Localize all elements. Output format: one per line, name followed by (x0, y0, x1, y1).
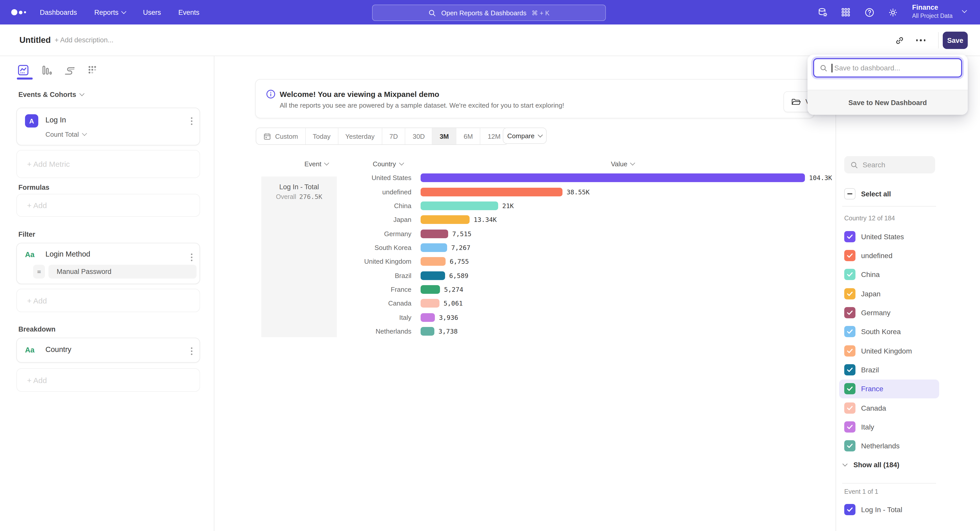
bar-segment[interactable] (421, 299, 439, 308)
country-checkbox[interactable] (844, 269, 856, 280)
date-range-30d[interactable]: 30D (406, 128, 433, 144)
report-title[interactable]: Untitled (19, 35, 51, 45)
save-dashboard-search-input[interactable]: Save to dashboard... (813, 58, 962, 78)
tab-funnels[interactable] (39, 62, 54, 78)
bar-segment[interactable] (421, 271, 445, 280)
tab-insights[interactable] (15, 62, 30, 78)
bar-segment[interactable] (421, 187, 563, 196)
bar-value-label: 6,589 (449, 272, 468, 279)
legend-item-germany[interactable]: Germany (839, 303, 939, 322)
settings-gear-icon[interactable] (884, 0, 901, 24)
column-header-country[interactable]: Country (372, 160, 403, 168)
date-range-7d[interactable]: 7D (382, 128, 406, 144)
bar-segment[interactable] (421, 257, 445, 266)
add-metric-button[interactable]: + Add Metric (16, 150, 200, 178)
more-options-button[interactable] (913, 32, 929, 48)
project-switcher[interactable]: Finance All Project Data (912, 3, 953, 20)
date-range-custom[interactable]: Custom (256, 128, 306, 144)
chevron-down-icon (121, 9, 126, 14)
section-events-cohorts[interactable]: Events & Cohorts (18, 91, 84, 98)
global-search-button[interactable]: Open Reports & Dashboards ⌘ + K (372, 5, 606, 21)
country-checkbox[interactable] (844, 383, 856, 395)
breakdown-property-name[interactable]: Country (45, 346, 72, 353)
bar-segment[interactable] (421, 173, 805, 182)
legend-event-item[interactable]: Log In - Total (844, 504, 902, 515)
breakdown-card-country[interactable]: Aa Country (16, 338, 200, 363)
active-tab-indicator (17, 78, 33, 79)
global-search-placeholder: Open Reports & Dashboards (441, 9, 527, 17)
breakdown-menu-icon[interactable] (191, 347, 192, 355)
country-checkbox[interactable] (844, 364, 856, 376)
country-checkbox[interactable] (844, 231, 856, 242)
date-range-6m[interactable]: 6M (457, 128, 480, 144)
show-all-button[interactable]: Show all (184) (843, 458, 899, 471)
bar-segment[interactable] (421, 313, 435, 322)
bar-segment[interactable] (421, 216, 469, 224)
bar-segment[interactable] (421, 243, 447, 252)
nav-item-users[interactable]: Users (143, 8, 161, 16)
country-checkbox[interactable] (844, 307, 856, 318)
bar-segment[interactable] (421, 285, 440, 294)
bar-segment[interactable] (421, 327, 434, 336)
country-checkbox[interactable] (844, 345, 856, 356)
metric-menu-icon[interactable] (191, 117, 192, 125)
save-button[interactable]: Save (943, 32, 968, 49)
nav-item-events[interactable]: Events (178, 8, 200, 16)
project-chevron-icon[interactable] (962, 8, 967, 13)
mixpanel-logo-icon[interactable] (11, 0, 26, 24)
event-checkbox[interactable] (844, 504, 856, 515)
country-checkbox[interactable] (844, 421, 856, 433)
date-range-yesterday[interactable]: Yesterday (338, 128, 382, 144)
legend-item-canada[interactable]: Canada (839, 398, 939, 417)
legend-item-undefined[interactable]: undefined (839, 246, 939, 265)
filter-value[interactable]: Manual Password (48, 265, 197, 279)
property-type-badge: Aa (25, 250, 35, 258)
country-checkbox[interactable] (844, 402, 856, 414)
filter-card-login-method[interactable]: Aa Login Method = Manual Password (16, 243, 200, 284)
top-nav: Dashboards Reports Users Events Open Rep… (0, 0, 980, 24)
country-checkbox[interactable] (844, 441, 856, 452)
legend-item-japan[interactable]: Japan (839, 284, 939, 303)
country-checkbox[interactable] (844, 250, 856, 261)
date-range-today[interactable]: Today (306, 128, 338, 144)
legend-item-france[interactable]: France (839, 379, 939, 398)
add-filter-button[interactable]: + Add (16, 289, 200, 312)
metric-card-log-in[interactable]: A Log In Count Total (16, 108, 200, 145)
copy-link-button[interactable] (891, 32, 907, 48)
add-breakdown-button[interactable]: + Add (16, 368, 200, 392)
filter-operator[interactable]: = (33, 265, 45, 279)
tab-retention[interactable] (84, 62, 100, 78)
column-header-value[interactable]: Value (611, 160, 635, 168)
legend-item-brazil[interactable]: Brazil (839, 360, 939, 379)
select-all-checkbox[interactable] (844, 188, 856, 200)
bar-segment[interactable] (421, 229, 448, 238)
legend-item-south-korea[interactable]: South Korea (839, 322, 939, 341)
column-header-event[interactable]: Event (304, 160, 329, 168)
add-formula-button[interactable]: + Add (16, 194, 200, 217)
country-checkbox[interactable] (844, 288, 856, 299)
legend-search-input[interactable]: Search (844, 156, 935, 173)
aggregation-selector[interactable]: Count Total (45, 131, 86, 138)
country-checkbox[interactable] (844, 326, 856, 338)
filter-property-name[interactable]: Login Method (45, 250, 90, 258)
legend-item-netherlands[interactable]: Netherlands (839, 436, 939, 455)
metric-name[interactable]: Log In (45, 116, 66, 124)
report-description-placeholder[interactable]: + Add description... (55, 36, 113, 44)
data-icon[interactable] (814, 0, 831, 24)
legend-item-china[interactable]: China (839, 265, 939, 284)
tab-flows[interactable] (62, 62, 77, 78)
legend-item-united-states[interactable]: United States (839, 227, 939, 246)
filter-menu-icon[interactable] (191, 254, 192, 261)
nav-item-reports[interactable]: Reports (94, 8, 126, 16)
apps-grid-icon[interactable] (837, 0, 854, 24)
compare-button[interactable]: Compare (503, 127, 547, 144)
nav-item-dashboards[interactable]: Dashboards (40, 8, 77, 16)
save-to-new-dashboard-button[interactable]: Save to New Dashboard (808, 90, 968, 115)
date-range-3m[interactable]: 3M (433, 128, 457, 144)
legend-item-italy[interactable]: Italy (839, 417, 939, 437)
legend-item-united-kingdom[interactable]: United Kingdom (839, 341, 939, 360)
country-label: Germany (861, 309, 891, 317)
select-all-label[interactable]: Select all (861, 190, 891, 198)
bar-segment[interactable] (421, 201, 498, 210)
help-icon[interactable] (861, 0, 878, 24)
